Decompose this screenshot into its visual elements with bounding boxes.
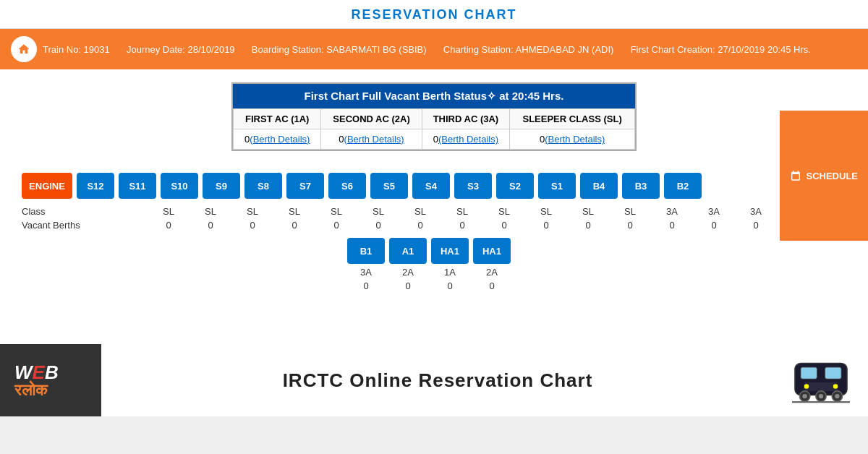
coach-s5[interactable]: S5 — [370, 173, 408, 199]
calendar-icon — [790, 170, 801, 181]
coach-s8[interactable]: S8 — [244, 173, 282, 199]
class-s2: SL — [569, 206, 607, 217]
class-b1: 3A — [347, 267, 385, 278]
vacant-s5: 0 — [443, 220, 481, 231]
coach-ha1-1[interactable]: HA1 — [431, 238, 469, 264]
svg-point-4 — [804, 384, 809, 388]
coach-s1[interactable]: S1 — [538, 173, 576, 199]
coach-b1[interactable]: B1 — [347, 238, 385, 264]
footer-train-icon-section — [774, 344, 868, 416]
vacant-b1: 0 — [347, 280, 385, 291]
engine-button[interactable]: ENGINE — [22, 173, 72, 199]
vacant-status-table: FIRST AC (1A) SECOND AC (2A) THIRD AC (3… — [233, 108, 635, 150]
svg-rect-1 — [801, 367, 817, 379]
class-s7: SL — [359, 206, 397, 217]
logo-hindi: रलोक — [14, 382, 59, 398]
main-content: First Chart Full Vacant Berth Status✧ at… — [0, 69, 868, 344]
vacant-b4: 0 — [653, 220, 691, 231]
class-s4: SL — [485, 206, 523, 217]
col-sleeper: SLEEPER CLASS (SL) — [510, 109, 635, 129]
class-s3: SL — [527, 206, 565, 217]
svg-rect-2 — [825, 367, 841, 379]
class-label: Class — [22, 206, 90, 217]
coach-s11[interactable]: S11 — [119, 173, 156, 199]
berth-details-link-3ac[interactable]: (Berth Details) — [438, 134, 498, 145]
vacant-ha1-2: 0 — [473, 280, 511, 291]
footer: WEB रलोक IRCTC Online Reservation Chart — [0, 344, 868, 416]
vacant-label: Vacant Berths — [22, 220, 90, 231]
coach-b2[interactable]: B2 — [664, 173, 702, 199]
val-second-ac: 0(Berth Details) — [321, 129, 422, 150]
val-sleeper: 0(Berth Details) — [510, 129, 635, 150]
class-b4: 3A — [653, 206, 691, 217]
footer-title: IRCTC Online Reservation Chart — [283, 369, 593, 392]
train-info-bar: Train No: 19031 Journey Date: 28/10/2019… — [0, 29, 868, 69]
coach-b3[interactable]: B3 — [622, 173, 660, 199]
footer-logo-section: WEB रलोक — [0, 344, 101, 416]
class-b2: 3A — [737, 206, 775, 217]
row2-class-row: 3A 2A 1A 2A — [347, 267, 846, 278]
train-number: Train No: 19031 — [43, 44, 110, 55]
class-row: Class SL SL SL SL SL SL SL SL SL SL SL S… — [22, 206, 846, 217]
charting-station: Charting Station: AHMEDABAD JN (ADI) — [443, 44, 614, 55]
vacant-ha1-1: 0 — [431, 280, 469, 291]
journey-date: Journey Date: 28/10/2019 — [127, 44, 235, 55]
berth-details-link-2ac[interactable]: (Berth Details) — [344, 134, 404, 145]
vacant-b3: 0 — [695, 220, 733, 231]
class-ha1-2: 2A — [473, 267, 511, 278]
coach-s9[interactable]: S9 — [203, 173, 240, 199]
val-third-ac: 0(Berth Details) — [422, 129, 510, 150]
vacant-s6: 0 — [401, 220, 439, 231]
svg-point-5 — [833, 384, 838, 388]
home-button[interactable] — [11, 36, 37, 62]
class-s8: SL — [318, 206, 355, 217]
vacant-s7: 0 — [359, 220, 397, 231]
berth-details-link-1ac[interactable]: (Berth Details) — [250, 134, 310, 145]
berth-details-link-sl[interactable]: (Berth Details) — [545, 134, 605, 145]
coach-s7[interactable]: S7 — [286, 173, 324, 199]
coach-s6[interactable]: S6 — [328, 173, 366, 199]
vacant-s1: 0 — [611, 220, 649, 231]
coach-s2[interactable]: S2 — [496, 173, 534, 199]
footer-title-section: IRCTC Online Reservation Chart — [101, 344, 774, 416]
vacant-s2: 0 — [569, 220, 607, 231]
coach-row-2: B1 A1 HA1 HA1 — [347, 238, 846, 264]
vacant-status-box: First Chart Full Vacant Berth Status✧ at… — [231, 82, 637, 151]
class-a1: 2A — [389, 267, 427, 278]
page-title: RESERVATION CHART — [0, 7, 868, 22]
coach-ha1-2[interactable]: HA1 — [473, 238, 511, 264]
boarding-station: Boarding Station: SABARMATI BG (SBIB) — [252, 44, 427, 55]
coach-b4[interactable]: B4 — [580, 173, 618, 199]
info-rows: Class SL SL SL SL SL SL SL SL SL SL SL S… — [22, 206, 846, 231]
col-first-ac: FIRST AC (1A) — [234, 109, 321, 129]
vacant-s9: 0 — [276, 220, 313, 231]
logo-web: WEB — [14, 362, 59, 383]
class-s6: SL — [401, 206, 439, 217]
coach-s4[interactable]: S4 — [412, 173, 450, 199]
vacant-s11: 0 — [192, 220, 229, 231]
schedule-label: SCHEDULE — [806, 171, 858, 181]
svg-point-9 — [802, 393, 807, 398]
class-ha1-1: 1A — [431, 267, 469, 278]
coach-s12[interactable]: S12 — [77, 173, 114, 199]
val-first-ac: 0(Berth Details) — [234, 129, 321, 150]
vacant-status-header: First Chart Full Vacant Berth Status✧ at… — [233, 84, 635, 108]
chart-creation: First Chart Creation: 27/10/2019 20:45 H… — [631, 44, 811, 55]
class-b3: 3A — [695, 206, 733, 217]
coach-row-1: ENGINE S12 S11 S10 S9 S8 S7 S6 S5 S4 S3 … — [22, 173, 846, 202]
row2-vacant-row: 0 0 0 0 — [347, 280, 846, 291]
train-icon — [792, 354, 850, 408]
class-s11: SL — [192, 206, 229, 217]
vacant-a1: 0 — [389, 280, 427, 291]
svg-point-10 — [819, 393, 823, 398]
schedule-button[interactable]: SCHEDULE — [780, 111, 868, 241]
coach-s10[interactable]: S10 — [161, 173, 198, 199]
vacant-s3: 0 — [527, 220, 565, 231]
vacant-s8: 0 — [318, 220, 355, 231]
class-s5: SL — [443, 206, 481, 217]
coach-s3[interactable]: S3 — [454, 173, 492, 199]
class-s9: SL — [276, 206, 313, 217]
col-third-ac: THIRD AC (3A) — [422, 109, 510, 129]
coach-a1[interactable]: A1 — [389, 238, 427, 264]
vacant-s4: 0 — [485, 220, 523, 231]
